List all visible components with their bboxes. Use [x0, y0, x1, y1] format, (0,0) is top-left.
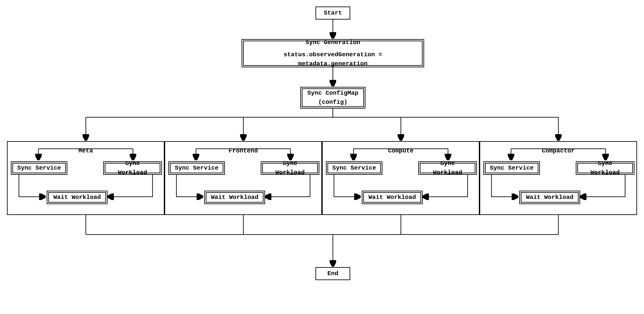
frontend-sync-service-node: Sync Service — [168, 161, 225, 175]
meta-sync-service-node: Sync Service — [11, 161, 67, 175]
subgraph-frontend-title: Frontend — [228, 147, 258, 154]
sync-generation-title: Sync Generation — [306, 38, 360, 47]
compactor-wait-workload-node: Wait Workload — [519, 191, 580, 204]
end-node: End — [316, 267, 350, 280]
start-node: Start — [316, 6, 350, 19]
sync-generation-node: Sync Generation status.observedGeneratio… — [242, 39, 424, 67]
subgraph-compute-title: Compute — [388, 147, 414, 154]
frontend-sync-service-label: Sync Service — [175, 164, 218, 173]
meta-wait-workload-label: Wait Workload — [54, 193, 101, 202]
start-label: Start — [324, 8, 342, 17]
sync-configmap-detail: (config) — [318, 98, 348, 107]
frontend-sync-workload-label: Sync Workload — [266, 159, 314, 177]
compactor-sync-workload-node: Sync Workload — [576, 161, 634, 175]
flowchart-diagram: Start Sync Generation status.observedGen… — [5, 4, 639, 308]
meta-sync-workload-node: Sync Workload — [103, 161, 162, 175]
compactor-sync-workload-label: Sync Workload — [582, 159, 628, 177]
sync-configmap-node: Sync ConfigMap (config) — [300, 87, 366, 109]
frontend-wait-workload-node: Wait Workload — [204, 191, 265, 204]
end-label: End — [328, 269, 338, 278]
compute-sync-service-node: Sync Service — [326, 161, 382, 175]
compute-sync-workload-label: Sync Workload — [424, 159, 471, 177]
compute-wait-workload-label: Wait Workload — [368, 193, 416, 202]
meta-wait-workload-node: Wait Workload — [47, 191, 108, 204]
compute-wait-workload-node: Wait Workload — [362, 191, 422, 204]
subgraph-compute: Compute Sync Service Sync Workload Wait … — [322, 141, 480, 215]
meta-sync-workload-label: Sync Workload — [109, 159, 156, 177]
subgraph-meta-title: Meta — [78, 147, 93, 154]
meta-sync-service-label: Sync Service — [17, 164, 61, 173]
subgraph-compactor-title: Compactor — [542, 147, 575, 154]
subgraph-frontend: Frontend Sync Service Sync Workload Wait… — [164, 141, 322, 215]
compute-sync-workload-node: Sync Workload — [418, 161, 477, 175]
frontend-wait-workload-label: Wait Workload — [211, 193, 258, 202]
compactor-wait-workload-label: Wait Workload — [526, 193, 574, 202]
compute-sync-service-label: Sync Service — [332, 164, 376, 173]
sync-configmap-title: Sync ConfigMap — [307, 89, 358, 98]
frontend-sync-workload-node: Sync Workload — [261, 161, 320, 175]
subgraph-compactor: Compactor Sync Service Sync Workload Wai… — [480, 141, 637, 215]
compactor-sync-service-label: Sync Service — [490, 164, 534, 173]
sync-generation-detail: status.observedGeneration = metadata.gen… — [248, 50, 418, 68]
compactor-sync-service-node: Sync Service — [484, 161, 540, 175]
subgraph-meta: Meta Sync Service Sync Workload Wait Wor… — [7, 141, 164, 215]
